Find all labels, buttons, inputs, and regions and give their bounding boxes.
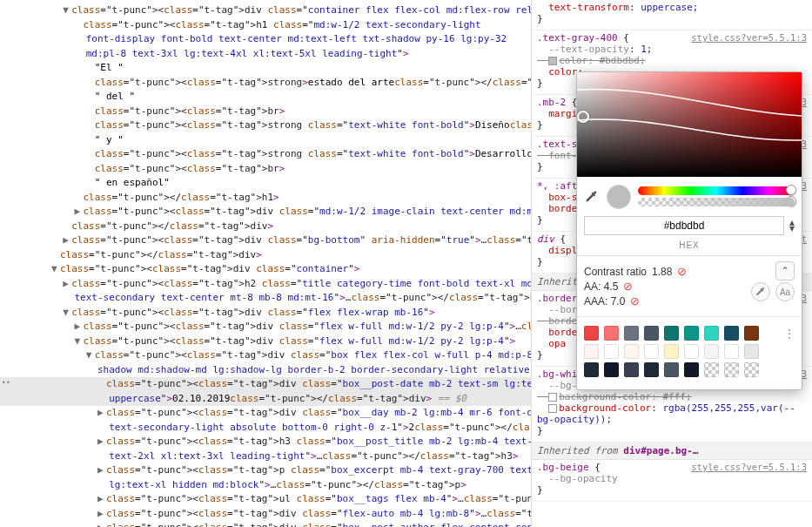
- dom-node[interactable]: ▶class="t-punc"><class="t-tag">div class…: [0, 406, 531, 435]
- palette-swatch[interactable]: [624, 326, 639, 341]
- dom-node[interactable]: ▶class="t-punc"><class="t-tag">h3 class=…: [0, 435, 531, 463]
- dom-node[interactable]: " del ": [0, 90, 531, 105]
- pick-bg-icon[interactable]: [751, 282, 770, 301]
- palette-swatch[interactable]: [604, 344, 619, 359]
- contrast-ratio-value: 1.88: [652, 266, 672, 278]
- dom-node[interactable]: class="t-punc"><class="t-tag">strong cla…: [0, 118, 531, 133]
- palette-swatch[interactable]: [644, 326, 659, 341]
- palette-swatch[interactable]: [584, 362, 599, 377]
- palette-swatch[interactable]: [624, 362, 639, 377]
- palette-swatch[interactable]: [644, 362, 659, 377]
- hex-label: HEX: [577, 240, 802, 255]
- dom-node[interactable]: ▶class="t-punc"><class="t-tag">div class…: [0, 320, 531, 334]
- dom-node[interactable]: class="t-punc"></class="t-tag">h1>: [0, 191, 531, 206]
- dom-node[interactable]: ▼class="t-punc"><class="t-tag">div class…: [0, 3, 531, 18]
- color-cursor[interactable]: [577, 111, 589, 123]
- color-picker-popover: ▴▾ HEX Contrast ratio 1.88 ⊘ ⌃ AA: 4.5⊘ …: [576, 71, 802, 390]
- color-palette: ⋮: [577, 317, 802, 389]
- palette-swatch[interactable]: [584, 326, 599, 341]
- dom-node[interactable]: ••• class="t-punc"><class="t-tag">div cl…: [0, 377, 531, 406]
- dom-node[interactable]: ▶class="t-punc"><class="t-tag">h2 class=…: [0, 277, 531, 306]
- dom-node[interactable]: class="t-punc"><class="t-tag">h1 class="…: [0, 18, 531, 62]
- dom-node[interactable]: " en español": [0, 176, 531, 191]
- dom-node[interactable]: class="t-punc"></class="t-tag">div>: [0, 248, 531, 263]
- palette-swatch[interactable]: [664, 344, 679, 359]
- contrast-title: Contrast ratio: [584, 266, 647, 278]
- eyedropper-icon[interactable]: [584, 189, 600, 205]
- dom-node[interactable]: ▼class="t-punc"><class="t-tag">div class…: [0, 348, 531, 377]
- palette-swatch[interactable]: [684, 344, 699, 359]
- current-color-swatch: [607, 185, 631, 209]
- dom-node[interactable]: ▶class="t-punc"><class="t-tag">div class…: [0, 521, 531, 527]
- style-rule[interactable]: text-transform: uppercase;}: [532, 0, 812, 30]
- palette-swatch[interactable]: [604, 326, 619, 341]
- saturation-value-field[interactable]: [577, 72, 802, 177]
- dom-node[interactable]: ▶class="t-punc"><class="t-tag">div class…: [0, 205, 531, 220]
- source-link[interactable]: style.css?ver=5.5.1:3: [691, 462, 807, 472]
- alpha-slider[interactable]: [638, 198, 795, 206]
- palette-swatch[interactable]: [684, 326, 699, 341]
- fail-icon: ⊘: [623, 280, 633, 293]
- palette-swatch[interactable]: [584, 344, 599, 359]
- dom-node[interactable]: class="t-punc"><class="t-tag">strong cla…: [0, 147, 531, 162]
- palette-swatch[interactable]: [664, 362, 679, 377]
- source-link[interactable]: style.css?ver=5.5.1:3: [691, 32, 807, 43]
- palette-swatch[interactable]: [704, 344, 719, 359]
- palette-swatch[interactable]: [624, 344, 639, 359]
- dom-node[interactable]: ▶class="t-punc"><class="t-tag">p class="…: [0, 463, 531, 492]
- hex-input[interactable]: [584, 216, 784, 235]
- dom-tree[interactable]: ▼class="t-punc"><class="t-tag">div class…: [0, 0, 531, 527]
- palette-swatch[interactable]: [704, 362, 719, 377]
- palette-menu-icon[interactable]: ⋮: [784, 328, 795, 340]
- palette-swatch[interactable]: [724, 362, 739, 377]
- palette-swatch[interactable]: [704, 326, 719, 341]
- palette-swatch[interactable]: [644, 344, 659, 359]
- dom-node[interactable]: ▶class="t-punc"><class="t-tag">ul class=…: [0, 492, 531, 507]
- dom-node[interactable]: ▶class="t-punc"><class="t-tag">div class…: [0, 507, 531, 522]
- dom-node[interactable]: ▼class="t-punc"><class="t-tag">div class…: [0, 262, 531, 277]
- format-switch-icon[interactable]: ▴▾: [789, 220, 795, 232]
- dom-node[interactable]: class="t-punc"></class="t-tag">div>: [0, 220, 531, 234]
- dom-node[interactable]: ▼class="t-punc"><class="t-tag">div class…: [0, 306, 531, 321]
- dom-node[interactable]: ▶class="t-punc"><class="t-tag">div class…: [0, 233, 531, 248]
- palette-swatch[interactable]: [724, 326, 739, 341]
- dom-node[interactable]: "El ": [0, 61, 531, 76]
- palette-swatch[interactable]: [744, 362, 759, 377]
- contrast-aa: AA: 4.5: [584, 280, 618, 293]
- palette-swatch[interactable]: [724, 344, 739, 359]
- text-sample-icon[interactable]: Aa: [775, 282, 795, 301]
- contrast-aaa: AAA: 7.0: [584, 295, 625, 307]
- palette-swatch[interactable]: [744, 326, 759, 341]
- dom-node[interactable]: class="t-punc"><class="t-tag">strong>est…: [0, 76, 531, 91]
- contrast-expand-button[interactable]: ⌃: [775, 261, 795, 280]
- fail-icon: ⊘: [677, 265, 687, 278]
- style-rule[interactable]: style.css?ver=5.5.1:3.bg-beige { --bg-op…: [532, 460, 812, 502]
- dom-node[interactable]: ▼class="t-punc"><class="t-tag">div class…: [0, 334, 531, 349]
- dom-node[interactable]: class="t-punc"><class="t-tag">br>: [0, 105, 531, 119]
- palette-swatch[interactable]: [664, 326, 679, 341]
- fail-icon: ⊘: [630, 294, 640, 307]
- palette-swatch[interactable]: [604, 362, 619, 377]
- dom-node[interactable]: class="t-punc"><class="t-tag">br>: [0, 162, 531, 177]
- inherited-from-header: Inherited from div#page.bg-…: [532, 443, 812, 460]
- hue-slider[interactable]: [638, 186, 795, 195]
- palette-swatch[interactable]: [744, 344, 759, 359]
- palette-swatch[interactable]: [684, 362, 699, 377]
- dom-node[interactable]: " y ": [0, 133, 531, 148]
